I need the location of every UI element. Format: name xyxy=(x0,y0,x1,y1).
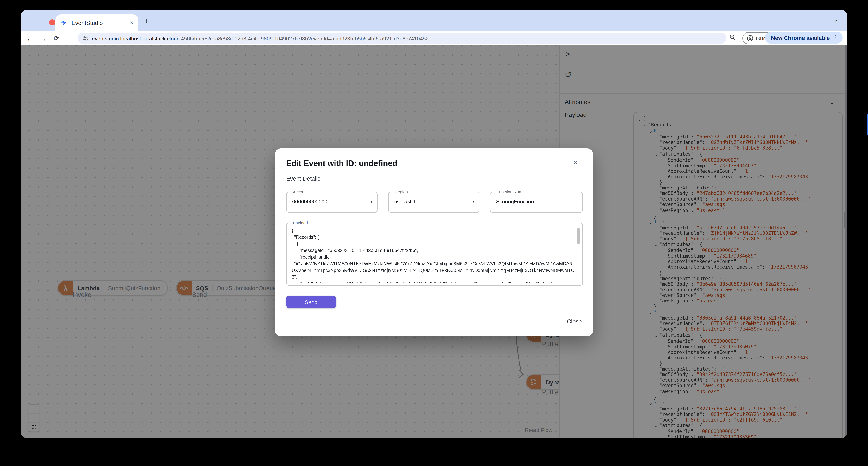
chevron-down-icon[interactable]: ▾ xyxy=(371,199,373,204)
desktop-edge-sliver xyxy=(867,114,868,135)
send-button[interactable]: Send xyxy=(286,296,336,308)
payload-scrollbar-thumb[interactable] xyxy=(577,228,580,244)
browser-menu-icon[interactable]: ⋮ xyxy=(833,34,839,41)
payload-label: Payload xyxy=(291,221,309,226)
eventstudio-favicon-icon xyxy=(60,19,67,26)
close-button[interactable]: Close xyxy=(567,318,582,325)
tab-close-icon[interactable]: × xyxy=(130,19,133,26)
url-bar[interactable]: eventstudio.localhost.localstack.cloud:4… xyxy=(78,33,726,44)
function-name-value: ScoringFunction xyxy=(496,198,534,204)
payload-input[interactable]: { "Records": [ { "messageId": "65032221-… xyxy=(292,227,575,283)
guest-avatar-icon xyxy=(747,35,753,41)
screenshot-stage: EventStudio × + ⌄ ← → ⟳ eventstudio.loca… xyxy=(0,0,868,466)
function-name-field[interactable]: Function Name ScoringFunction xyxy=(490,192,583,213)
site-settings-icon[interactable] xyxy=(83,35,89,41)
chrome-update-label: New Chrome available xyxy=(771,35,830,41)
zoom-indicator-icon[interactable] xyxy=(729,34,736,41)
account-value: 000000000000 xyxy=(292,198,327,204)
chrome-update-button[interactable]: New Chrome available ⋮ xyxy=(765,32,842,44)
macos-close-icon[interactable] xyxy=(49,19,55,26)
region-label: Region xyxy=(393,190,409,195)
browser-toolbar: ← → ⟳ eventstudio.localhost.localstack.c… xyxy=(21,31,847,46)
modal-close-icon[interactable]: ✕ xyxy=(572,158,579,167)
tab-search-chevron-icon[interactable]: ⌄ xyxy=(834,17,838,23)
chevron-down-icon[interactable]: ▾ xyxy=(472,199,474,204)
browser-window: EventStudio × + ⌄ ← → ⟳ eventstudio.loca… xyxy=(21,10,847,438)
back-button[interactable]: ← xyxy=(23,31,36,46)
url-path: :4566/traces/cca8e58d-02b3-4c4c-9809-1d4… xyxy=(180,35,429,41)
account-select[interactable]: Account 000000000000 ▾ xyxy=(286,192,377,213)
url-host: eventstudio.localhost.localstack.cloud xyxy=(92,35,180,41)
forward-button[interactable]: → xyxy=(36,31,50,46)
tab-title: EventStudio xyxy=(71,19,130,26)
edit-event-modal: Edit Event with ID: undefined ✕ Event De… xyxy=(275,148,593,336)
region-value: us-east-1 xyxy=(394,198,416,204)
payload-field[interactable]: Payload { "Records": [ { "messageId": "6… xyxy=(286,223,583,286)
function-name-label: Function Name xyxy=(495,190,526,195)
url-text: eventstudio.localhost.localstack.cloud:4… xyxy=(92,35,429,41)
reload-button[interactable]: ⟳ xyxy=(50,31,63,46)
account-label: Account xyxy=(291,190,309,195)
modal-title: Edit Event with ID: undefined xyxy=(286,159,397,168)
modal-subtitle: Event Details xyxy=(286,175,320,182)
region-select[interactable]: Region us-east-1 ▾ xyxy=(388,192,479,213)
tab-eventstudio[interactable]: EventStudio × xyxy=(55,14,138,31)
new-tab-button[interactable]: + xyxy=(144,17,149,25)
tab-strip: EventStudio × + ⌄ xyxy=(21,10,847,31)
